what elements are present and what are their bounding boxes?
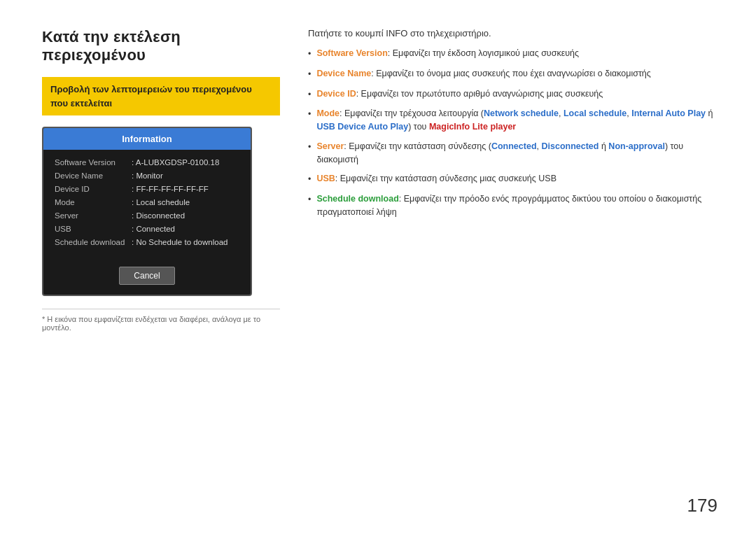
info-value: : Monitor bbox=[132, 171, 163, 180]
term-usb: USB bbox=[316, 174, 335, 183]
info-label: Schedule download bbox=[55, 238, 132, 246]
info-panel-body: Software Version : A-LUBXGDSP-0100.18 De… bbox=[43, 150, 251, 260]
term-schedule-download: Schedule download bbox=[316, 194, 398, 204]
info-label: Device Name bbox=[55, 171, 132, 180]
term-usb-device-auto-play: USB Device Auto Play bbox=[316, 122, 408, 132]
info-label: Server bbox=[55, 211, 132, 220]
bullet-text: Software Version: Εμφανίζει την έκδοση λ… bbox=[316, 47, 714, 60]
table-row: USB : Connected bbox=[55, 225, 239, 233]
cancel-button[interactable]: Cancel bbox=[119, 267, 174, 285]
table-row: Schedule download : No Schedule to downl… bbox=[55, 238, 239, 246]
bullet-text: Server: Εμφανίζει την κατάσταση σύνδεσης… bbox=[316, 140, 714, 167]
info-panel: Information Software Version : A-LUBXGDS… bbox=[42, 127, 252, 296]
bullet-text: Mode: Εμφανίζει την τρέχουσα λειτουργία … bbox=[316, 107, 714, 134]
term-non-approval: Non-approval bbox=[608, 141, 665, 151]
table-row: Server : Disconnected bbox=[55, 211, 239, 220]
footnote-text: * Η εικόνα που εμφανίζεται ενδέχεται να … bbox=[42, 315, 280, 332]
info-panel-footer: Cancel bbox=[43, 260, 251, 295]
term-disconnected: Disconnected bbox=[541, 141, 598, 151]
table-row: Software Version : A-LUBXGDSP-0100.18 bbox=[55, 158, 239, 167]
term-device-id: Device ID bbox=[316, 89, 356, 99]
info-value: : No Schedule to download bbox=[132, 238, 227, 246]
list-item: Device ID: Εμφανίζει τον πρωτότυπο αριθμ… bbox=[308, 87, 714, 101]
term-internal-auto-play: Internal Auto Play bbox=[631, 108, 706, 118]
term-local-schedule: Local schedule bbox=[564, 108, 626, 118]
info-label: Device ID bbox=[55, 185, 132, 193]
term-mode: Mode bbox=[316, 108, 340, 118]
info-label: Mode bbox=[55, 198, 132, 206]
info-value: : Disconnected bbox=[132, 211, 185, 220]
term-device-name: Device Name bbox=[316, 69, 371, 78]
info-label: USB bbox=[55, 225, 132, 233]
info-value: : FF-FF-FF-FF-FF-FF bbox=[132, 185, 209, 193]
list-item: USB: Εμφανίζει την κατάσταση σύνδεσης μι… bbox=[308, 172, 714, 186]
term-magicinfo: MagicInfo Lite player bbox=[429, 122, 516, 132]
info-value: : Connected bbox=[132, 225, 175, 233]
list-item: Mode: Εμφανίζει την τρέχουσα λειτουργία … bbox=[308, 107, 714, 134]
bullet-text: Schedule download: Εμφανίζει την πρόοδο … bbox=[316, 192, 714, 219]
info-panel-header: Information bbox=[43, 128, 251, 150]
list-item: Device Name: Εμφανίζει το όνομα μιας συσ… bbox=[308, 67, 714, 81]
table-row: Device ID : FF-FF-FF-FF-FF-FF bbox=[55, 185, 239, 193]
term-software-version: Software Version bbox=[316, 48, 387, 58]
footnote-area: * Η εικόνα που εμφανίζεται ενδέχεται να … bbox=[42, 309, 280, 332]
page-title: Κατά την εκτέλεση περιεχομένου bbox=[42, 28, 280, 64]
term-connected: Connected bbox=[491, 141, 537, 151]
highlight-box: Προβολή των λεπτομερειών του περιεχομένο… bbox=[42, 77, 280, 115]
bullet-text: Device ID: Εμφανίζει τον πρωτότυπο αριθμ… bbox=[316, 87, 714, 101]
list-item: Software Version: Εμφανίζει την έκδοση λ… bbox=[308, 47, 714, 61]
info-value: : Local schedule bbox=[132, 198, 190, 206]
list-item: Schedule download: Εμφανίζει την πρόοδο … bbox=[308, 192, 714, 219]
info-label: Software Version bbox=[55, 158, 132, 167]
term-server: Server bbox=[316, 141, 344, 151]
bullet-text: USB: Εμφανίζει την κατάσταση σύνδεσης μι… bbox=[316, 172, 714, 185]
bullet-text: Device Name: Εμφανίζει το όνομα μιας συσ… bbox=[316, 67, 714, 80]
instruction-text: Πατήστε το κουμπί INFO στο τηλεχειριστήρ… bbox=[308, 28, 714, 38]
table-row: Mode : Local schedule bbox=[55, 198, 239, 206]
list-item: Server: Εμφανίζει την κατάσταση σύνδεσης… bbox=[308, 140, 714, 167]
info-value: : A-LUBXGDSP-0100.18 bbox=[132, 158, 219, 167]
bullet-list: Software Version: Εμφανίζει την έκδοση λ… bbox=[308, 47, 714, 219]
term-network-schedule: Network schedule bbox=[484, 108, 559, 118]
table-row: Device Name : Monitor bbox=[55, 171, 239, 180]
page-number: 179 bbox=[687, 495, 718, 517]
